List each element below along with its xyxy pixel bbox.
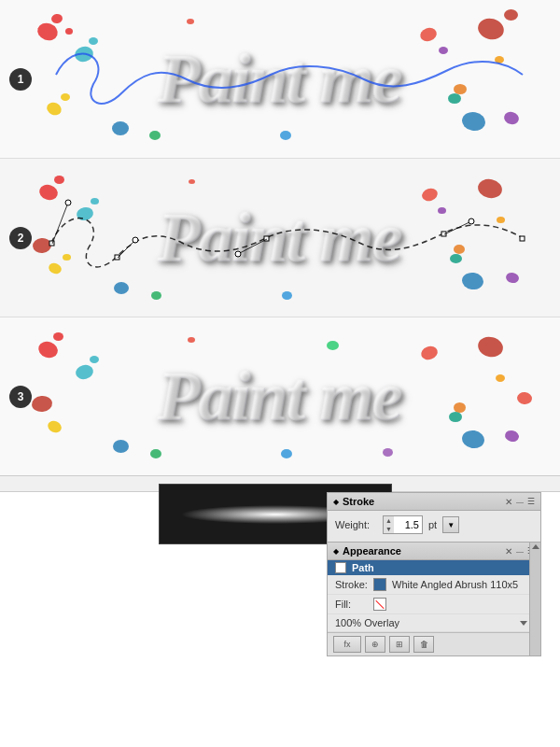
add-item-button[interactable]: ⊕: [365, 636, 385, 653]
opacity-item-row: 100% Overlay: [328, 614, 540, 632]
stroke-panel-header: ◆ Stroke ✕ — ☰: [328, 493, 540, 511]
svg-line-7: [118, 240, 135, 258]
stroke-panel-close-button[interactable]: ✕: [505, 497, 512, 507]
appearance-panel-minimize-button[interactable]: —: [516, 547, 524, 556]
stroke-panel-body: Weight: ▲ ▼ pt ▼: [328, 511, 540, 542]
weight-input[interactable]: [394, 516, 422, 533]
paint-text-1: Paint me: [158, 39, 401, 120]
section-1: 1 Paint me: [0, 0, 560, 159]
add-effect-button[interactable]: fx: [333, 636, 361, 653]
svg-rect-1: [115, 255, 119, 260]
duplicate-item-button[interactable]: ⊞: [389, 636, 410, 653]
svg-rect-4: [520, 236, 525, 241]
weight-label: Weight:: [335, 519, 377, 530]
stroke-panel: ◆ Stroke ✕ — ☰ Weight: ▲: [327, 492, 541, 542]
svg-point-8: [133, 237, 138, 243]
weight-up-arrow[interactable]: ▲: [384, 516, 394, 525]
stroke-panel-menu-icon[interactable]: ☰: [527, 497, 535, 506]
panel-arrow-icon-2: ◆: [333, 547, 339, 556]
paint-text-3: Paint me: [158, 357, 401, 437]
stroke-color-swatch[interactable]: [373, 578, 386, 591]
section-3: 3 Paint me: [0, 317, 560, 476]
opacity-value: 100% Overlay: [335, 617, 533, 628]
svg-line-5: [52, 203, 68, 244]
stroke-item-value: White Angled Abrush 110x5: [392, 579, 533, 590]
fill-none-icon[interactable]: [373, 598, 386, 611]
svg-point-12: [469, 218, 474, 224]
stroke-panel-title: Stroke: [343, 496, 374, 507]
fill-item-label: Fill:: [335, 599, 368, 610]
paint-text-2: Paint me: [158, 198, 401, 278]
stroke-dropdown[interactable]: ▼: [442, 516, 459, 533]
bottom-area: ◆ Stroke ✕ — ☰ Weight: ▲: [0, 476, 560, 656]
section-number-2: 2: [9, 227, 32, 249]
section-number-1: 1: [9, 68, 32, 91]
stroke-panel-minimize-button[interactable]: —: [516, 498, 524, 506]
svg-rect-3: [441, 232, 446, 236]
appearance-panel: ◆ Appearance ✕ — ☰ Path: [327, 542, 541, 656]
stroke-item-row: Stroke: White Angled Abrush 110x5: [328, 575, 540, 595]
fill-item-row: Fill:: [328, 595, 540, 614]
section-number-3: 3: [9, 386, 32, 408]
svg-line-11: [444, 221, 471, 234]
appearance-panel-header: ◆ Appearance ✕ — ☰: [328, 543, 540, 560]
panel-arrow-icon: ◆: [333, 498, 339, 506]
path-row[interactable]: Path: [328, 560, 540, 575]
appearance-toolbar: fx ⊕ ⊞ 🗑: [328, 632, 540, 655]
weight-unit: pt: [428, 519, 437, 530]
appearance-panel-close-button[interactable]: ✕: [505, 546, 512, 557]
weight-stepper[interactable]: ▲ ▼: [384, 516, 394, 533]
weight-row: Weight: ▲ ▼ pt ▼: [335, 515, 533, 534]
path-label: Path: [352, 562, 374, 573]
appearance-panel-title: Appearance: [343, 545, 401, 557]
svg-point-6: [65, 200, 71, 205]
section-2: 2 Paint me: [0, 159, 560, 317]
sections-wrapper: 1 Paint me 2: [0, 0, 560, 476]
weight-down-arrow[interactable]: ▼: [384, 525, 394, 533]
stroke-item-label: Stroke:: [335, 579, 368, 590]
trash-button[interactable]: 🗑: [413, 636, 434, 653]
path-checkbox[interactable]: [335, 562, 346, 573]
